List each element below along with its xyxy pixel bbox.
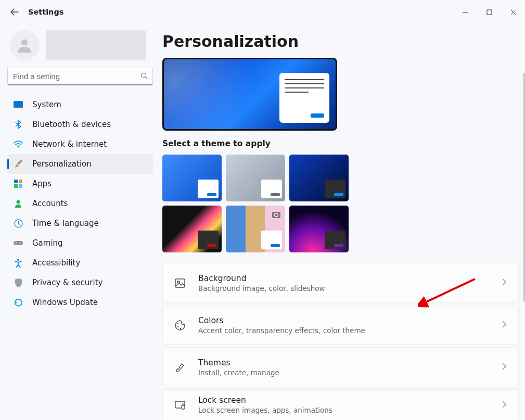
svg-rect-18 bbox=[175, 279, 185, 287]
card-title: Colors bbox=[198, 316, 489, 325]
sidebar-item-accounts[interactable]: Accounts bbox=[7, 194, 153, 213]
nav-label: System bbox=[32, 100, 61, 109]
page-title: Personalization bbox=[162, 32, 519, 50]
chevron-right-icon bbox=[502, 278, 507, 288]
sidebar: System Bluetooth & devices Network & int… bbox=[0, 24, 160, 420]
chevron-right-icon bbox=[502, 320, 507, 330]
bluetooth-icon bbox=[14, 120, 23, 129]
svg-rect-12 bbox=[14, 241, 23, 245]
nav-label: Personalization bbox=[32, 159, 92, 169]
person-icon bbox=[16, 36, 33, 54]
app-title: Settings bbox=[28, 8, 63, 16]
maximize-button[interactable] bbox=[477, 4, 501, 20]
sidebar-item-bluetooth[interactable]: Bluetooth & devices bbox=[7, 114, 153, 134]
shield-icon bbox=[14, 278, 23, 287]
sidebar-item-personalization[interactable]: Personalization bbox=[7, 154, 153, 174]
card-title: Background bbox=[198, 274, 489, 283]
card-themes[interactable]: Themes Install, create, manage bbox=[162, 347, 519, 387]
sidebar-item-gaming[interactable]: Gaming bbox=[7, 233, 153, 253]
svg-rect-6 bbox=[14, 180, 18, 183]
sidebar-item-windows-update[interactable]: Windows Update bbox=[7, 292, 153, 312]
theme-windows-gray[interactable] bbox=[226, 155, 285, 201]
svg-rect-7 bbox=[19, 180, 22, 183]
svg-point-1 bbox=[21, 39, 28, 45]
svg-point-10 bbox=[17, 200, 20, 204]
theme-flow[interactable] bbox=[162, 206, 222, 252]
minimize-button[interactable] bbox=[453, 4, 477, 20]
svg-point-20 bbox=[177, 323, 178, 324]
nav-label: Bluetooth & devices bbox=[32, 120, 111, 129]
paintbrush-icon bbox=[14, 159, 23, 169]
svg-rect-24 bbox=[182, 405, 185, 409]
search-box[interactable] bbox=[7, 68, 153, 85]
lock-screen-icon bbox=[174, 399, 186, 411]
theme-spotlight[interactable] bbox=[226, 206, 285, 252]
theme-windows-dark[interactable] bbox=[289, 155, 349, 201]
card-colors[interactable]: Colors Accent color, transparency effect… bbox=[162, 305, 519, 345]
card-subtitle: Lock screen images, apps, animations bbox=[198, 406, 489, 414]
card-subtitle: Background image, color, slideshow bbox=[198, 284, 489, 292]
minimize-icon bbox=[463, 9, 468, 15]
nav-label: Gaming bbox=[32, 238, 63, 248]
search-icon bbox=[140, 72, 148, 82]
search-input[interactable] bbox=[7, 68, 153, 85]
sidebar-item-system[interactable]: System bbox=[7, 95, 153, 114]
nav-label: Network & internet bbox=[32, 139, 107, 149]
desktop-preview[interactable] bbox=[162, 58, 337, 131]
close-button[interactable] bbox=[501, 4, 525, 20]
preview-window bbox=[279, 73, 329, 123]
accessibility-icon bbox=[14, 258, 23, 268]
back-button[interactable] bbox=[9, 7, 20, 17]
sidebar-item-privacy[interactable]: Privacy & security bbox=[7, 273, 153, 292]
close-icon bbox=[510, 9, 516, 15]
svg-point-14 bbox=[20, 243, 21, 244]
svg-point-21 bbox=[177, 326, 178, 327]
camera-icon bbox=[272, 210, 281, 219]
display-icon bbox=[14, 100, 23, 109]
theme-glow[interactable] bbox=[289, 206, 349, 252]
sidebar-item-accessibility[interactable]: Accessibility bbox=[7, 253, 153, 273]
maximize-icon bbox=[486, 9, 492, 15]
sidebar-item-apps[interactable]: Apps bbox=[7, 174, 153, 194]
svg-rect-9 bbox=[19, 184, 22, 188]
wifi-icon bbox=[14, 139, 23, 149]
nav-label: Accounts bbox=[32, 199, 68, 208]
svg-rect-0 bbox=[487, 10, 492, 15]
sidebar-item-network[interactable]: Network & internet bbox=[7, 134, 153, 154]
avatar bbox=[9, 30, 40, 60]
svg-point-19 bbox=[177, 281, 180, 283]
nav-label: Time & language bbox=[32, 219, 99, 228]
svg-point-13 bbox=[16, 243, 17, 244]
svg-point-15 bbox=[17, 259, 19, 261]
svg-rect-8 bbox=[14, 184, 18, 188]
svg-point-22 bbox=[180, 327, 181, 328]
svg-point-2 bbox=[142, 73, 146, 78]
account-block[interactable] bbox=[7, 28, 153, 68]
card-title: Lock screen bbox=[198, 396, 489, 405]
globe-clock-icon bbox=[14, 219, 23, 228]
nav-label: Apps bbox=[32, 179, 52, 188]
sidebar-item-time-language[interactable]: Time & language bbox=[7, 213, 153, 233]
nav-label: Accessibility bbox=[32, 258, 80, 268]
settings-cards: Background Background image, color, slid… bbox=[162, 263, 519, 420]
account-name-redacted bbox=[46, 30, 146, 60]
titlebar: Settings bbox=[0, 0, 525, 24]
svg-point-5 bbox=[18, 147, 19, 148]
palette-icon bbox=[174, 320, 186, 331]
chevron-right-icon bbox=[502, 400, 507, 410]
card-title: Themes bbox=[198, 358, 489, 367]
brush-icon bbox=[174, 362, 186, 373]
image-icon bbox=[174, 277, 186, 289]
gaming-icon bbox=[14, 238, 23, 248]
theme-windows-light[interactable] bbox=[162, 155, 222, 201]
card-background[interactable]: Background Background image, color, slid… bbox=[162, 263, 519, 303]
svg-rect-3 bbox=[14, 101, 23, 107]
svg-rect-16 bbox=[272, 212, 280, 218]
card-lockscreen[interactable]: Lock screen Lock screen images, apps, an… bbox=[162, 389, 519, 420]
content: Personalization Select a theme to apply bbox=[160, 24, 525, 420]
nav-label: Windows Update bbox=[32, 298, 98, 307]
update-icon bbox=[14, 298, 23, 307]
nav-list: System Bluetooth & devices Network & int… bbox=[7, 95, 153, 312]
theme-section-label: Select a theme to apply bbox=[162, 139, 519, 148]
nav-label: Privacy & security bbox=[32, 278, 103, 287]
